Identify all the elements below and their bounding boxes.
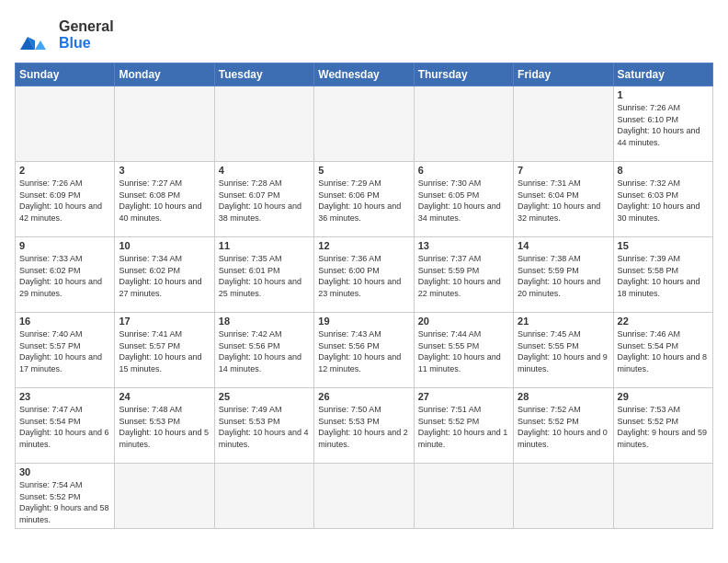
calendar-cell: 12Sunrise: 7:36 AM Sunset: 6:00 PM Dayli… <box>314 237 414 313</box>
calendar-cell: 14Sunrise: 7:38 AM Sunset: 5:59 PM Dayli… <box>514 237 613 313</box>
day-number: 7 <box>518 165 609 176</box>
calendar-header-row: SundayMondayTuesdayWednesdayThursdayFrid… <box>16 63 713 86</box>
weekday-header-wednesday: Wednesday <box>314 63 414 86</box>
calendar-cell: 25Sunrise: 7:49 AM Sunset: 5:53 PM Dayli… <box>214 388 313 464</box>
day-info: Sunrise: 7:47 AM Sunset: 5:54 PM Dayligh… <box>19 404 110 450</box>
day-number: 16 <box>19 316 110 327</box>
weekday-header-sunday: Sunday <box>16 63 115 86</box>
day-number: 22 <box>618 316 709 327</box>
day-number: 19 <box>318 316 409 327</box>
calendar-week-row: 9Sunrise: 7:33 AM Sunset: 6:02 PM Daylig… <box>16 237 713 313</box>
logo-icon <box>15 15 55 55</box>
day-info: Sunrise: 7:32 AM Sunset: 6:03 PM Dayligh… <box>618 178 709 224</box>
calendar-week-row: 16Sunrise: 7:40 AM Sunset: 5:57 PM Dayli… <box>16 313 713 388</box>
day-info: Sunrise: 7:44 AM Sunset: 5:55 PM Dayligh… <box>418 328 509 374</box>
day-info: Sunrise: 7:39 AM Sunset: 5:58 PM Dayligh… <box>618 253 709 299</box>
calendar-cell <box>514 86 613 162</box>
calendar-cell: 10Sunrise: 7:34 AM Sunset: 6:02 PM Dayli… <box>115 237 214 313</box>
calendar-cell <box>214 86 313 162</box>
calendar-cell: 2Sunrise: 7:26 AM Sunset: 6:09 PM Daylig… <box>16 162 115 237</box>
day-number: 26 <box>318 391 409 402</box>
calendar-cell: 29Sunrise: 7:53 AM Sunset: 5:52 PM Dayli… <box>613 388 712 464</box>
day-number: 9 <box>19 240 110 251</box>
calendar-cell: 6Sunrise: 7:30 AM Sunset: 6:05 PM Daylig… <box>414 162 513 237</box>
calendar-cell: 17Sunrise: 7:41 AM Sunset: 5:57 PM Dayli… <box>115 313 214 388</box>
calendar-cell: 24Sunrise: 7:48 AM Sunset: 5:53 PM Dayli… <box>115 388 214 464</box>
day-number: 18 <box>219 316 310 327</box>
calendar-cell: 13Sunrise: 7:37 AM Sunset: 5:59 PM Dayli… <box>414 237 513 313</box>
weekday-header-monday: Monday <box>115 63 214 86</box>
day-number: 20 <box>418 316 509 327</box>
day-number: 11 <box>219 240 310 251</box>
calendar-cell: 16Sunrise: 7:40 AM Sunset: 5:57 PM Dayli… <box>16 313 115 388</box>
day-info: Sunrise: 7:27 AM Sunset: 6:08 PM Dayligh… <box>119 178 210 224</box>
calendar-cell <box>414 86 513 162</box>
calendar-cell: 28Sunrise: 7:52 AM Sunset: 5:52 PM Dayli… <box>514 388 613 464</box>
calendar-cell <box>115 86 214 162</box>
day-number: 25 <box>219 391 310 402</box>
calendar-cell: 1Sunrise: 7:26 AM Sunset: 6:10 PM Daylig… <box>613 86 712 162</box>
day-number: 21 <box>518 316 609 327</box>
calendar-cell: 26Sunrise: 7:50 AM Sunset: 5:53 PM Dayli… <box>314 388 414 464</box>
day-number: 13 <box>418 240 509 251</box>
calendar-cell: 21Sunrise: 7:45 AM Sunset: 5:55 PM Dayli… <box>514 313 613 388</box>
day-info: Sunrise: 7:31 AM Sunset: 6:04 PM Dayligh… <box>518 178 609 224</box>
day-info: Sunrise: 7:40 AM Sunset: 5:57 PM Dayligh… <box>19 328 110 374</box>
calendar-cell: 15Sunrise: 7:39 AM Sunset: 5:58 PM Dayli… <box>613 237 712 313</box>
calendar-cell: 3Sunrise: 7:27 AM Sunset: 6:08 PM Daylig… <box>115 162 214 237</box>
day-number: 2 <box>19 165 110 176</box>
calendar-cell: 19Sunrise: 7:43 AM Sunset: 5:56 PM Dayli… <box>314 313 414 388</box>
day-number: 1 <box>618 89 709 100</box>
day-info: Sunrise: 7:51 AM Sunset: 5:52 PM Dayligh… <box>418 404 509 450</box>
day-number: 24 <box>119 391 210 402</box>
calendar-cell <box>514 464 613 529</box>
calendar-cell: 18Sunrise: 7:42 AM Sunset: 5:56 PM Dayli… <box>214 313 313 388</box>
calendar-cell: 5Sunrise: 7:29 AM Sunset: 6:06 PM Daylig… <box>314 162 414 237</box>
calendar-cell: 22Sunrise: 7:46 AM Sunset: 5:54 PM Dayli… <box>613 313 712 388</box>
day-info: Sunrise: 7:50 AM Sunset: 5:53 PM Dayligh… <box>318 404 409 450</box>
svg-marker-1 <box>35 40 46 50</box>
day-number: 14 <box>518 240 609 251</box>
calendar-cell <box>115 464 214 529</box>
day-info: Sunrise: 7:33 AM Sunset: 6:02 PM Dayligh… <box>19 253 110 299</box>
calendar-cell <box>314 464 414 529</box>
page-header: General Blue <box>15 15 713 55</box>
day-number: 17 <box>119 316 210 327</box>
day-number: 8 <box>618 165 709 176</box>
calendar-cell: 20Sunrise: 7:44 AM Sunset: 5:55 PM Dayli… <box>414 313 513 388</box>
day-number: 4 <box>219 165 310 176</box>
day-info: Sunrise: 7:26 AM Sunset: 6:09 PM Dayligh… <box>19 178 110 224</box>
day-number: 28 <box>518 391 609 402</box>
day-info: Sunrise: 7:53 AM Sunset: 5:52 PM Dayligh… <box>618 404 709 450</box>
day-info: Sunrise: 7:36 AM Sunset: 6:00 PM Dayligh… <box>318 253 409 299</box>
calendar-cell: 30Sunrise: 7:54 AM Sunset: 5:52 PM Dayli… <box>16 464 115 529</box>
day-number: 23 <box>19 391 110 402</box>
day-info: Sunrise: 7:37 AM Sunset: 5:59 PM Dayligh… <box>418 253 509 299</box>
day-number: 3 <box>119 165 210 176</box>
day-info: Sunrise: 7:29 AM Sunset: 6:06 PM Dayligh… <box>318 178 409 224</box>
calendar-cell: 8Sunrise: 7:32 AM Sunset: 6:03 PM Daylig… <box>613 162 712 237</box>
calendar-cell: 7Sunrise: 7:31 AM Sunset: 6:04 PM Daylig… <box>514 162 613 237</box>
logo: General Blue <box>15 15 114 55</box>
day-info: Sunrise: 7:28 AM Sunset: 6:07 PM Dayligh… <box>219 178 310 224</box>
weekday-header-saturday: Saturday <box>613 63 712 86</box>
day-info: Sunrise: 7:26 AM Sunset: 6:10 PM Dayligh… <box>618 102 709 148</box>
day-number: 29 <box>618 391 709 402</box>
weekday-header-thursday: Thursday <box>414 63 513 86</box>
calendar-cell <box>214 464 313 529</box>
calendar-week-row: 30Sunrise: 7:54 AM Sunset: 5:52 PM Dayli… <box>16 464 713 529</box>
calendar-week-row: 1Sunrise: 7:26 AM Sunset: 6:10 PM Daylig… <box>16 86 713 162</box>
day-info: Sunrise: 7:41 AM Sunset: 5:57 PM Dayligh… <box>119 328 210 374</box>
day-number: 12 <box>318 240 409 251</box>
calendar-table: SundayMondayTuesdayWednesdayThursdayFrid… <box>15 63 713 529</box>
day-info: Sunrise: 7:38 AM Sunset: 5:59 PM Dayligh… <box>518 253 609 299</box>
day-number: 5 <box>318 165 409 176</box>
calendar-cell <box>414 464 513 529</box>
day-info: Sunrise: 7:30 AM Sunset: 6:05 PM Dayligh… <box>418 178 509 224</box>
calendar-cell: 9Sunrise: 7:33 AM Sunset: 6:02 PM Daylig… <box>16 237 115 313</box>
day-number: 15 <box>618 240 709 251</box>
day-number: 30 <box>19 466 110 477</box>
calendar-cell <box>16 86 115 162</box>
day-number: 6 <box>418 165 509 176</box>
calendar-cell: 4Sunrise: 7:28 AM Sunset: 6:07 PM Daylig… <box>214 162 313 237</box>
